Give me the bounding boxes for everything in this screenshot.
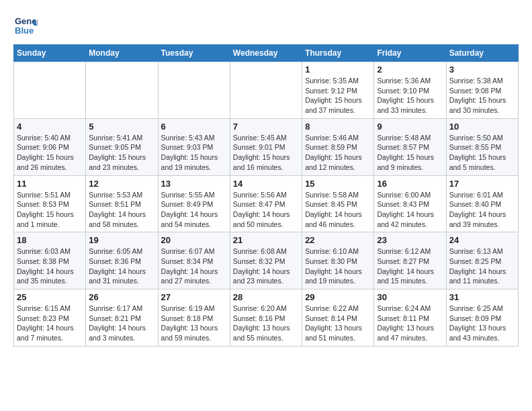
calendar-body: 1Sunrise: 5:35 AM Sunset: 9:12 PM Daylig… (14, 62, 519, 347)
day-info: Sunrise: 6:01 AM Sunset: 8:40 PM Dayligh… (449, 190, 515, 230)
day-info: Sunrise: 6:15 AM Sunset: 8:23 PM Dayligh… (17, 304, 83, 343)
calendar-cell: 26Sunrise: 6:17 AM Sunset: 8:21 PM Dayli… (86, 289, 158, 347)
calendar-cell: 25Sunrise: 6:15 AM Sunset: 8:23 PM Dayli… (14, 289, 86, 347)
day-info: Sunrise: 5:40 AM Sunset: 9:06 PM Dayligh… (17, 133, 83, 173)
day-info: Sunrise: 5:45 AM Sunset: 9:01 PM Dayligh… (233, 133, 299, 173)
day-info: Sunrise: 6:24 AM Sunset: 8:11 PM Dayligh… (377, 304, 443, 343)
calendar-cell: 6Sunrise: 5:43 AM Sunset: 9:03 PM Daylig… (158, 118, 230, 175)
week-row-4: 18Sunrise: 6:03 AM Sunset: 8:38 PM Dayli… (14, 232, 519, 289)
calendar-cell: 14Sunrise: 5:56 AM Sunset: 8:47 PM Dayli… (230, 175, 302, 232)
calendar-cell: 30Sunrise: 6:24 AM Sunset: 8:11 PM Dayli… (374, 289, 446, 347)
logo-icon: General Blue (13, 13, 38, 38)
weekday-header-friday: Friday (374, 45, 446, 62)
calendar-cell: 16Sunrise: 6:00 AM Sunset: 8:43 PM Dayli… (374, 175, 446, 232)
day-info: Sunrise: 5:48 AM Sunset: 8:57 PM Dayligh… (377, 133, 443, 173)
weekday-header-monday: Monday (86, 45, 158, 62)
calendar-cell (86, 62, 158, 119)
calendar-cell: 12Sunrise: 5:53 AM Sunset: 8:51 PM Dayli… (86, 175, 158, 232)
day-number: 11 (17, 179, 83, 189)
calendar-cell: 15Sunrise: 5:58 AM Sunset: 8:45 PM Dayli… (302, 175, 374, 232)
svg-text:Blue: Blue (15, 26, 34, 36)
day-number: 25 (17, 292, 83, 302)
calendar-cell: 29Sunrise: 6:22 AM Sunset: 8:14 PM Dayli… (302, 289, 374, 347)
day-info: Sunrise: 6:12 AM Sunset: 8:27 PM Dayligh… (377, 246, 443, 286)
day-number: 5 (89, 122, 154, 132)
day-number: 8 (305, 122, 371, 132)
day-info: Sunrise: 6:19 AM Sunset: 8:18 PM Dayligh… (161, 304, 227, 343)
calendar-cell: 2Sunrise: 5:36 AM Sunset: 9:10 PM Daylig… (374, 62, 446, 119)
day-info: Sunrise: 5:35 AM Sunset: 9:12 PM Dayligh… (305, 76, 371, 116)
day-number: 22 (305, 235, 371, 245)
day-info: Sunrise: 5:46 AM Sunset: 8:59 PM Dayligh… (305, 133, 371, 173)
weekday-header-wednesday: Wednesday (230, 45, 302, 62)
day-number: 6 (161, 122, 227, 132)
calendar-cell: 23Sunrise: 6:12 AM Sunset: 8:27 PM Dayli… (374, 232, 446, 289)
day-number: 16 (377, 179, 443, 189)
day-number: 28 (233, 292, 299, 302)
day-info: Sunrise: 5:43 AM Sunset: 9:03 PM Dayligh… (161, 133, 227, 173)
day-info: Sunrise: 6:03 AM Sunset: 8:38 PM Dayligh… (17, 246, 83, 286)
calendar-cell: 1Sunrise: 5:35 AM Sunset: 9:12 PM Daylig… (302, 62, 374, 119)
day-info: Sunrise: 6:20 AM Sunset: 8:16 PM Dayligh… (233, 304, 299, 343)
day-number: 3 (449, 64, 515, 75)
day-number: 15 (305, 179, 371, 189)
weekday-header-saturday: Saturday (446, 45, 518, 62)
day-info: Sunrise: 5:36 AM Sunset: 9:10 PM Dayligh… (377, 76, 443, 116)
day-number: 9 (377, 122, 443, 132)
calendar-cell (158, 62, 230, 119)
day-info: Sunrise: 5:51 AM Sunset: 8:53 PM Dayligh… (17, 190, 83, 230)
weekday-header-tuesday: Tuesday (158, 45, 230, 62)
calendar-cell: 4Sunrise: 5:40 AM Sunset: 9:06 PM Daylig… (14, 118, 86, 175)
day-info: Sunrise: 5:53 AM Sunset: 8:51 PM Dayligh… (89, 190, 154, 230)
day-info: Sunrise: 6:08 AM Sunset: 8:32 PM Dayligh… (233, 246, 299, 286)
day-number: 23 (377, 235, 443, 245)
day-number: 13 (161, 179, 227, 189)
day-number: 29 (305, 292, 371, 302)
day-number: 7 (233, 122, 299, 132)
day-info: Sunrise: 6:25 AM Sunset: 8:09 PM Dayligh… (449, 304, 515, 343)
day-number: 21 (233, 235, 299, 245)
day-info: Sunrise: 5:41 AM Sunset: 9:05 PM Dayligh… (89, 133, 154, 173)
day-number: 26 (89, 292, 154, 302)
calendar-cell: 18Sunrise: 6:03 AM Sunset: 8:38 PM Dayli… (14, 232, 86, 289)
calendar-cell: 20Sunrise: 6:07 AM Sunset: 8:34 PM Dayli… (158, 232, 230, 289)
calendar-cell: 8Sunrise: 5:46 AM Sunset: 8:59 PM Daylig… (302, 118, 374, 175)
day-number: 17 (449, 179, 515, 189)
week-row-3: 11Sunrise: 5:51 AM Sunset: 8:53 PM Dayli… (14, 175, 519, 232)
day-number: 1 (305, 64, 371, 75)
day-info: Sunrise: 6:22 AM Sunset: 8:14 PM Dayligh… (305, 304, 371, 343)
day-info: Sunrise: 6:00 AM Sunset: 8:43 PM Dayligh… (377, 190, 443, 230)
calendar-cell: 10Sunrise: 5:50 AM Sunset: 8:55 PM Dayli… (446, 118, 518, 175)
day-info: Sunrise: 6:05 AM Sunset: 8:36 PM Dayligh… (89, 246, 154, 286)
calendar-cell: 7Sunrise: 5:45 AM Sunset: 9:01 PM Daylig… (230, 118, 302, 175)
day-number: 18 (17, 235, 83, 245)
day-info: Sunrise: 6:10 AM Sunset: 8:30 PM Dayligh… (305, 246, 371, 286)
weekday-header-thursday: Thursday (302, 45, 374, 62)
weekday-header-row: SundayMondayTuesdayWednesdayThursdayFrid… (14, 45, 519, 62)
day-number: 24 (449, 235, 515, 245)
calendar-table: SundayMondayTuesdayWednesdayThursdayFrid… (13, 44, 519, 347)
day-number: 27 (161, 292, 227, 302)
calendar-cell: 3Sunrise: 5:38 AM Sunset: 9:08 PM Daylig… (446, 62, 518, 119)
week-row-5: 25Sunrise: 6:15 AM Sunset: 8:23 PM Dayli… (14, 289, 519, 347)
logo: General Blue (13, 13, 38, 38)
calendar-cell (14, 62, 86, 119)
calendar-cell: 11Sunrise: 5:51 AM Sunset: 8:53 PM Dayli… (14, 175, 86, 232)
calendar-cell: 21Sunrise: 6:08 AM Sunset: 8:32 PM Dayli… (230, 232, 302, 289)
day-info: Sunrise: 6:17 AM Sunset: 8:21 PM Dayligh… (89, 304, 154, 343)
day-number: 19 (89, 235, 154, 245)
day-info: Sunrise: 5:55 AM Sunset: 8:49 PM Dayligh… (161, 190, 227, 230)
day-info: Sunrise: 6:13 AM Sunset: 8:25 PM Dayligh… (449, 246, 515, 286)
day-info: Sunrise: 5:58 AM Sunset: 8:45 PM Dayligh… (305, 190, 371, 230)
day-info: Sunrise: 5:56 AM Sunset: 8:47 PM Dayligh… (233, 190, 299, 230)
day-info: Sunrise: 5:50 AM Sunset: 8:55 PM Dayligh… (449, 133, 515, 173)
calendar-cell: 13Sunrise: 5:55 AM Sunset: 8:49 PM Dayli… (158, 175, 230, 232)
calendar-cell: 28Sunrise: 6:20 AM Sunset: 8:16 PM Dayli… (230, 289, 302, 347)
day-number: 30 (377, 292, 443, 302)
calendar-cell: 22Sunrise: 6:10 AM Sunset: 8:30 PM Dayli… (302, 232, 374, 289)
page-header: General Blue (13, 13, 519, 38)
week-row-1: 1Sunrise: 5:35 AM Sunset: 9:12 PM Daylig… (14, 62, 519, 119)
day-number: 10 (449, 122, 515, 132)
calendar-cell: 17Sunrise: 6:01 AM Sunset: 8:40 PM Dayli… (446, 175, 518, 232)
day-number: 20 (161, 235, 227, 245)
